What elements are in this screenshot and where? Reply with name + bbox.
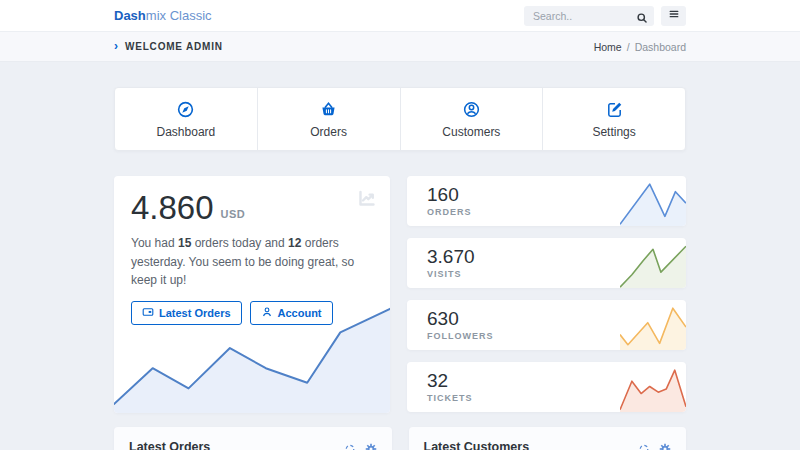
nav-card-label: Dashboard: [157, 125, 216, 139]
nav-card-label: Settings: [592, 125, 635, 139]
magnifier-icon[interactable]: [636, 10, 648, 22]
refresh-icon[interactable]: [638, 441, 650, 450]
graph-icon: [357, 188, 377, 212]
quick-nav-row: Dashboard Orders Customers Settings: [114, 87, 686, 151]
nav-card-orders[interactable]: Orders: [257, 88, 400, 150]
page-title: WELCOME ADMIN: [125, 41, 223, 52]
gear-icon[interactable]: [659, 441, 671, 450]
visits-sparkline-chart: [620, 244, 686, 288]
latest-orders-button[interactable]: Latest Orders: [131, 301, 242, 325]
button-label: Account: [278, 307, 322, 319]
gear-icon[interactable]: [365, 441, 377, 450]
panel-title: Latest Orders: [129, 440, 210, 450]
stat-column: 160 ORDERS 3.670 VISITS 630 FOLLOWERS: [407, 176, 686, 413]
compass-icon: [176, 100, 195, 119]
chevron-right-icon: ›: [114, 40, 118, 52]
breadcrumb-separator: /: [627, 41, 630, 53]
followers-sparkline-chart: [620, 306, 686, 350]
basket-icon: [319, 100, 338, 119]
latest-customers-panel: Latest Customers: [409, 427, 687, 450]
stat-card-visits[interactable]: 3.670 VISITS: [407, 238, 686, 288]
stat-card-followers[interactable]: 630 FOLLOWERS: [407, 300, 686, 350]
hamburger-icon: [668, 8, 680, 23]
nav-card-dashboard[interactable]: Dashboard: [115, 88, 257, 150]
tickets-sparkline-chart: [620, 368, 686, 412]
nav-card-label: Customers: [442, 125, 500, 139]
orders-yesterday-count: 12: [288, 236, 301, 250]
logo-rest: mix Classic: [146, 8, 212, 23]
user-icon: [261, 306, 273, 320]
wallet-icon: [142, 306, 154, 320]
breadcrumb-current: Dashboard: [635, 41, 686, 53]
nav-card-customers[interactable]: Customers: [400, 88, 543, 150]
button-label: Latest Orders: [159, 307, 231, 319]
orders-today-count: 15: [178, 236, 191, 250]
menu-toggle-button[interactable]: [661, 6, 686, 26]
earnings-amount: 4.860: [131, 191, 214, 224]
app-logo[interactable]: Dashmix Classic: [114, 8, 212, 23]
panel-title: Latest Customers: [424, 440, 530, 450]
breadcrumb-home-link[interactable]: Home: [594, 41, 622, 53]
stat-card-orders[interactable]: 160 ORDERS: [407, 176, 686, 226]
hero-bar: › WELCOME ADMIN Home / Dashboard: [0, 32, 800, 62]
search-input[interactable]: [524, 6, 654, 26]
main-content: Dashboard Orders Customers Settings: [114, 87, 686, 450]
app-header: Dashmix Classic: [0, 0, 800, 32]
earnings-summary-card: 4.860 USD You had 15 orders today and 12…: [114, 176, 390, 413]
orders-sparkline-chart: [620, 182, 686, 226]
nav-card-settings[interactable]: Settings: [542, 88, 685, 150]
latest-orders-panel: Latest Orders: [114, 427, 392, 450]
stat-card-tickets[interactable]: 32 TICKETS: [407, 362, 686, 412]
search-box: [524, 6, 654, 26]
breadcrumb: Home / Dashboard: [594, 41, 686, 53]
summary-message: You had 15 orders today and 12 orders ye…: [131, 234, 383, 290]
nav-card-label: Orders: [310, 125, 347, 139]
edit-square-icon: [605, 100, 624, 119]
refresh-icon[interactable]: [344, 441, 356, 450]
account-button[interactable]: Account: [250, 301, 333, 325]
logo-bold: Dash: [114, 8, 146, 23]
earnings-currency: USD: [221, 208, 246, 224]
user-circle-icon: [462, 100, 481, 119]
